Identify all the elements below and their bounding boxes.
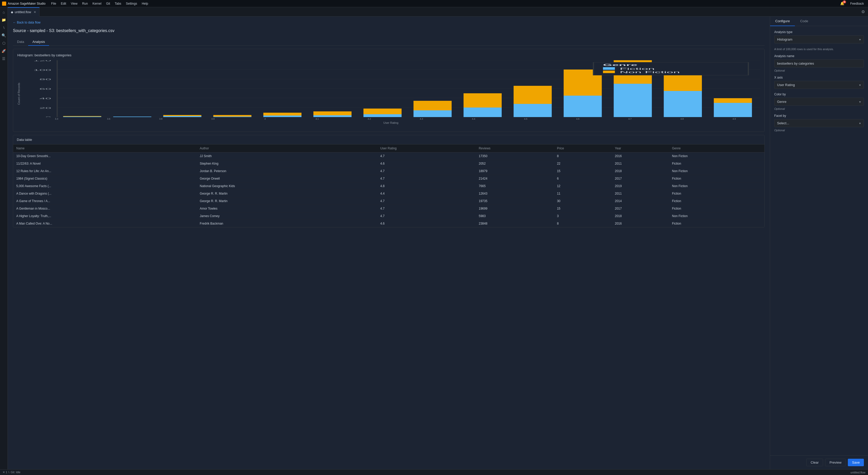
table-cell-5: 2014	[612, 198, 669, 205]
analysis-name-input[interactable]	[774, 59, 864, 67]
table-cell-1: Fredrik Backman	[196, 220, 377, 228]
analysis-name-group: Analysis name Optional	[774, 54, 864, 72]
table-row: A Dance with Dragons (... George R. R. M…	[13, 190, 765, 198]
table-cell-0: 11/22/63: A Novel	[13, 160, 196, 168]
sidebar-icon-files[interactable]: 📁	[1, 17, 7, 23]
x-label-6: 4.2	[343, 118, 396, 120]
sidebar-icon-deploy[interactable]: 🚀	[1, 48, 7, 54]
menu-view[interactable]: View	[69, 1, 80, 6]
svg-text:0: 0	[45, 116, 51, 117]
feedback-button[interactable]: Feedback	[848, 1, 866, 6]
sidebar-icon-git[interactable]: ⑊	[1, 25, 7, 30]
tab-label: untitled.flow	[15, 10, 31, 14]
menu-file[interactable]: File	[49, 1, 58, 6]
analysis-type-select[interactable]: Histogram Bar Chart Scatter Plot Line Ch…	[774, 35, 864, 43]
table-cell-1: JJ Smith	[196, 152, 377, 160]
save-button[interactable]: Save	[848, 459, 864, 466]
svg-rect-18	[163, 116, 202, 117]
table-cell-4: 6	[554, 175, 612, 182]
table-row: 11/22/63: A NovelStephen King4.620522220…	[13, 160, 765, 168]
table-cell-1: Amor Towles	[196, 205, 377, 212]
x-label-5: 4.1	[291, 118, 343, 120]
notification-button[interactable]: 🔔4	[839, 1, 846, 6]
menu-run[interactable]: Run	[80, 1, 90, 6]
svg-text:80: 80	[39, 78, 51, 81]
sidebar-icon-layers[interactable]: ☰	[1, 56, 7, 61]
menu-kernel[interactable]: Kernel	[90, 1, 103, 6]
menu-git[interactable]: Git	[104, 1, 112, 6]
x-label-13: 4.9	[708, 118, 760, 120]
svg-rect-21	[213, 115, 252, 117]
table-cell-6: Non Fiction	[669, 212, 765, 220]
facet-by-select[interactable]: Select...	[774, 119, 864, 127]
sidebar-icon-home[interactable]: ⌂	[1, 9, 7, 15]
table-cell-3: 21424	[475, 175, 554, 182]
right-tab-code[interactable]: Code	[795, 17, 813, 26]
sub-tabs: Data Analysis	[13, 38, 765, 46]
menu-help[interactable]: Help	[140, 1, 150, 6]
x-axis-group: X axis User Rating Reviews Price Year ▼	[774, 76, 864, 89]
table-cell-6: Non Fiction	[669, 168, 765, 175]
svg-rect-41	[714, 98, 752, 103]
menu-edit[interactable]: Edit	[59, 1, 68, 6]
left-sidebar: ⌂ 📁 ⑊ 🔍 ⬡ 🚀 ☰	[0, 7, 8, 469]
table-cell-3: 17350	[475, 152, 554, 160]
sidebar-icon-search[interactable]: 🔍	[1, 33, 7, 38]
tab-icon: ◆	[11, 10, 13, 14]
tab-close-button[interactable]: ✕	[34, 10, 36, 14]
app-icon	[2, 2, 6, 6]
x-label-1: 3.6	[83, 118, 135, 120]
table-cell-5: 2018	[612, 168, 669, 175]
svg-text:100: 100	[33, 69, 51, 71]
table-row: A Gentleman in Mosco...Amor Towles4.7196…	[13, 205, 765, 212]
svg-rect-17	[113, 117, 151, 117]
sub-tab-data[interactable]: Data	[13, 38, 28, 46]
color-by-select[interactable]: Genre None Year	[774, 98, 864, 106]
table-cell-2: 4.8	[377, 182, 475, 190]
menu-tabs[interactable]: Tabs	[113, 1, 123, 6]
table-cell-0: A Dance with Dragons (...	[13, 190, 196, 198]
app-title: Amazon SageMaker Studio	[2, 2, 45, 6]
table-row: 5,000 Awesome Facts (... National Geogra…	[13, 182, 765, 190]
col-header-year: Year	[612, 145, 669, 152]
back-to-data-flow[interactable]: ← Back to data flow	[13, 21, 765, 24]
table-cell-1: Stephen King	[196, 160, 377, 168]
analysis-name-label: Analysis name	[774, 54, 864, 58]
table-cell-4: 30	[554, 198, 612, 205]
col-header-name: Name	[13, 145, 196, 152]
col-header-reviews: Reviews	[475, 145, 554, 152]
color-by-group: Color by Genre None Year ▼ Optional	[774, 92, 864, 110]
svg-rect-24	[313, 115, 351, 117]
menu-settings[interactable]: Settings	[124, 1, 139, 6]
notification-badge: 4	[843, 1, 846, 3]
table-cell-3: 12643	[475, 190, 554, 198]
table-cell-6: Non Fiction	[669, 182, 765, 190]
tab-untitled-flow[interactable]: ◆ untitled.flow ✕	[8, 7, 39, 17]
facet-by-group: Facet by Select... ▼ Optional	[774, 114, 864, 132]
sidebar-icon-nodes[interactable]: ⬡	[1, 40, 7, 46]
settings-icon[interactable]: ⚙	[858, 9, 868, 14]
x-label-3: 3.9	[187, 118, 239, 120]
table-cell-2: 4.6	[377, 160, 475, 168]
x-label-10: 4.6	[552, 118, 604, 120]
table-cell-5: 2017	[612, 175, 669, 182]
chart-title: Histogram: bestsellers by categories	[17, 53, 760, 57]
sub-tab-analysis[interactable]: Analysis	[28, 38, 49, 46]
svg-rect-31	[463, 93, 502, 108]
data-table: Name Author User Rating Reviews Price Ye…	[13, 145, 765, 227]
x-label-9: 4.5	[500, 118, 552, 120]
svg-rect-15	[63, 117, 101, 117]
table-cell-5: 2016	[612, 152, 669, 160]
page-content: ← Back to data flow Source - sampled - S…	[8, 17, 868, 469]
x-axis-select[interactable]: User Rating Reviews Price Year	[774, 81, 864, 89]
table-cell-2: 4.7	[377, 175, 475, 182]
col-header-rating: User Rating	[377, 145, 475, 152]
right-tab-configure[interactable]: Configure	[770, 17, 795, 26]
preview-button[interactable]: Preview	[825, 459, 846, 466]
table-cell-3: 5983	[475, 212, 554, 220]
page-title: Source - sampled - S3: bestsellers_with_…	[13, 28, 765, 33]
table-cell-6: Fiction	[669, 160, 765, 168]
facet-by-optional: Optional	[774, 129, 864, 132]
tab-bar: ◆ untitled.flow ✕ ⚙	[8, 7, 868, 17]
clear-button[interactable]: Clear	[806, 459, 823, 466]
